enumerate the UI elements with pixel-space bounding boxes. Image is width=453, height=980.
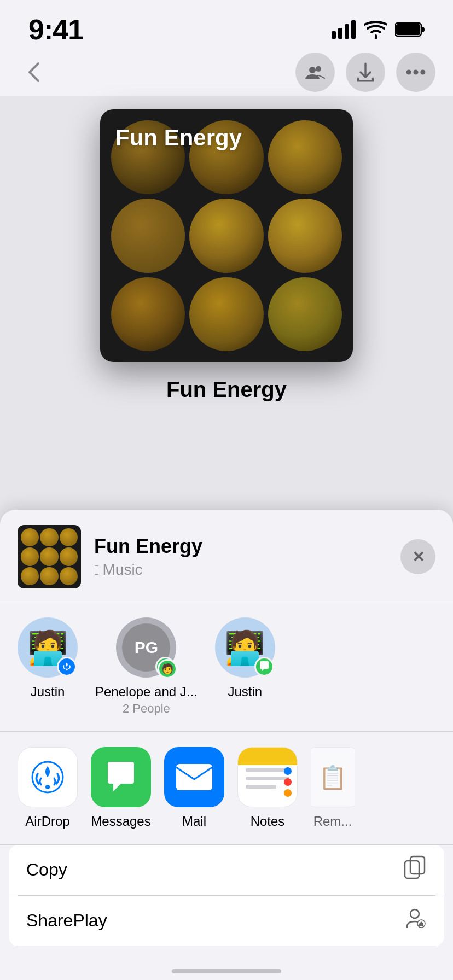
app-row: AirDrop Messages Mail [0, 732, 453, 845]
svg-rect-1 [338, 28, 342, 39]
app-messages[interactable]: Messages [91, 747, 151, 829]
nav-actions [295, 52, 435, 92]
svg-point-11 [66, 669, 68, 671]
svg-point-9 [414, 70, 419, 75]
share-source:  Music [94, 561, 387, 579]
notes-lines [246, 768, 289, 793]
sc-6 [60, 547, 78, 565]
svg-rect-2 [345, 24, 349, 39]
messages-badge-justin2 [254, 657, 274, 676]
shareplay-label: SharePlay [26, 911, 107, 931]
actions-container: Copy SharePlay [9, 845, 444, 946]
notes-dots [284, 767, 292, 797]
notes-line-2 [246, 777, 289, 780]
sc-5 [40, 547, 58, 565]
status-time: 9:41 [28, 13, 83, 46]
circle-4 [111, 199, 185, 272]
person-justin-2[interactable]: 🧑‍💻 Justin [215, 617, 275, 699]
sc-2 [40, 528, 58, 546]
dot-red [284, 778, 292, 786]
airdrop-app-label: AirDrop [25, 814, 69, 829]
dot-orange [284, 789, 292, 797]
shareplay-action[interactable]: SharePlay [9, 896, 444, 946]
share-header: Fun Energy  Music ✕ [0, 510, 453, 602]
album-label-area: Fun Energy [166, 377, 287, 402]
person-avatar-justin-1: 🧑‍💻 [18, 617, 78, 678]
copy-action[interactable]: Copy [9, 845, 444, 895]
svg-point-13 [45, 785, 50, 789]
person-avatar-penelope: PG 🧑 [116, 617, 176, 678]
copy-label: Copy [26, 860, 67, 880]
circle-9 [268, 277, 342, 351]
app-reminders[interactable]: 📋 Rem... [311, 747, 355, 829]
circle-8 [189, 277, 263, 351]
sc-7 [21, 567, 39, 585]
person-sub-penelope: 2 People [123, 702, 170, 716]
people-row: 🧑‍💻 Justin PG [0, 602, 453, 732]
copy-icon [403, 855, 427, 884]
wifi-icon [364, 20, 387, 39]
album-area: Fun Energy Fun Energy [0, 96, 453, 402]
more-icon [406, 62, 426, 82]
album-name: Fun Energy [166, 377, 287, 402]
sc-4 [21, 547, 39, 565]
share-sheet: Fun Energy  Music ✕ 🧑‍💻 [0, 510, 453, 980]
app-mail[interactable]: Mail [164, 747, 224, 829]
airdrop-badge-justin [57, 657, 77, 676]
mail-app-icon [164, 747, 224, 807]
svg-rect-0 [332, 31, 336, 39]
circle-7 [111, 277, 185, 351]
person-justin-1[interactable]: 🧑‍💻 Justin [18, 617, 78, 699]
battery-icon [395, 22, 425, 37]
share-title: Fun Energy [94, 535, 387, 558]
svg-point-6 [309, 67, 316, 73]
download-button[interactable] [346, 52, 385, 92]
shareplay-svg [403, 906, 427, 930]
svg-rect-5 [396, 24, 420, 35]
svg-rect-16 [405, 861, 419, 878]
people-icon [305, 62, 325, 82]
download-icon [356, 62, 375, 82]
app-notes[interactable]: Notes [237, 747, 298, 829]
svg-rect-14 [176, 764, 212, 790]
reminders-app-icon: 📋 [311, 747, 355, 807]
circle-3 [268, 120, 342, 194]
mail-svg [175, 763, 213, 791]
shareplay-icon [403, 906, 427, 935]
sc-9 [60, 567, 78, 585]
back-button[interactable] [18, 61, 50, 83]
signal-icon [332, 20, 357, 39]
sc-3 [60, 528, 78, 546]
notes-line-1 [246, 768, 289, 772]
reminders-app-label: Rem... [313, 814, 352, 829]
svg-point-8 [406, 70, 411, 75]
nav-bar [0, 48, 453, 96]
people-button[interactable] [295, 52, 335, 92]
album-title-overlay: Fun Energy [115, 125, 242, 151]
notes-app-icon [237, 747, 298, 807]
messages-app-label: Messages [91, 814, 150, 829]
status-icons [332, 20, 425, 39]
messages-app-icon [91, 747, 151, 807]
share-thumbnail [18, 525, 81, 588]
album-art: Fun Energy [100, 109, 353, 362]
dot-blue [284, 767, 292, 775]
mail-app-label: Mail [182, 814, 206, 829]
share-info: Fun Energy  Music [94, 535, 387, 579]
more-button[interactable] [396, 52, 435, 92]
person-name-justin-1: Justin [31, 684, 65, 699]
svg-point-10 [420, 70, 425, 75]
svg-rect-3 [351, 20, 356, 39]
circle-6 [268, 199, 342, 272]
notes-app-label: Notes [251, 814, 285, 829]
close-button[interactable]: ✕ [400, 539, 435, 574]
notes-header [238, 748, 297, 765]
svg-point-17 [410, 909, 419, 918]
airdrop-svg [30, 760, 65, 795]
svg-point-7 [316, 66, 321, 72]
svg-rect-15 [410, 856, 425, 874]
app-airdrop[interactable]: AirDrop [18, 747, 78, 829]
circle-5 [189, 199, 263, 272]
sc-8 [40, 567, 58, 585]
person-penelope[interactable]: PG 🧑 Penelope and J... 2 People [95, 617, 198, 716]
